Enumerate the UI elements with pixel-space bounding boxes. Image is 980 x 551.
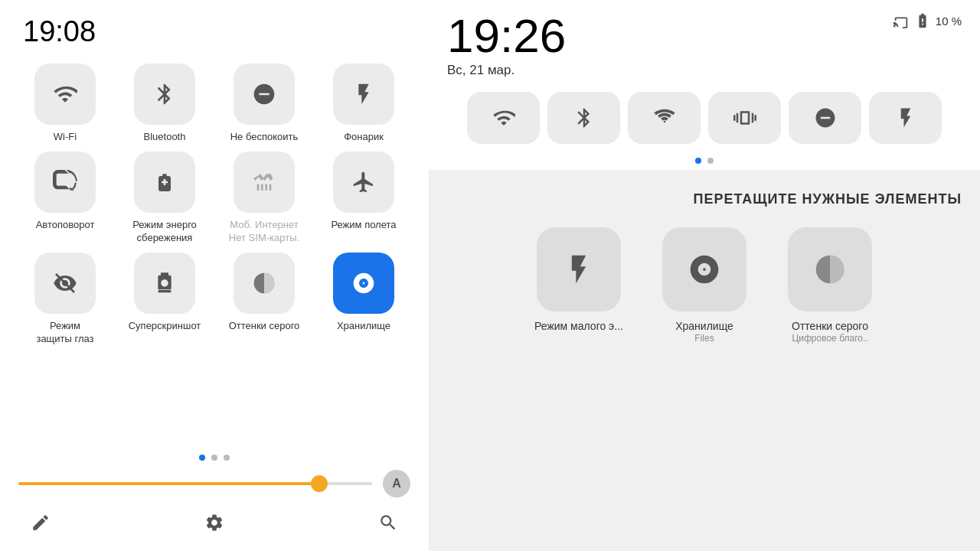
grayscale2-icon bbox=[813, 253, 847, 286]
search-icon[interactable] bbox=[378, 513, 398, 536]
right-time: 19:26 bbox=[447, 12, 566, 60]
right-header: 19:26 10 % Вс, 21 мар. bbox=[429, 0, 980, 84]
dot-2[interactable] bbox=[211, 455, 217, 461]
tile-grayscale-label: Оттенки серого bbox=[229, 320, 300, 333]
screenshot-icon bbox=[152, 271, 177, 295]
edit-tile-low-power[interactable]: Режим малого э... bbox=[525, 227, 632, 344]
battery-text: 10 % bbox=[936, 15, 962, 28]
settings-icon[interactable] bbox=[204, 513, 224, 536]
low-power-icon bbox=[562, 253, 596, 286]
bluetooth-icon bbox=[152, 82, 177, 106]
brightness-bar[interactable] bbox=[18, 482, 372, 485]
storage-icon bbox=[351, 271, 376, 295]
grayscale-icon-bg bbox=[234, 253, 295, 314]
tile-mobile-data[interactable]: Моб. ИнтернетНет SIM-карты. bbox=[222, 152, 306, 245]
status-icons: 10 % bbox=[893, 12, 962, 29]
quick-flashlight-icon bbox=[894, 106, 917, 129]
dot-3[interactable] bbox=[224, 455, 230, 461]
grayscale-icon bbox=[252, 271, 276, 295]
storage-icon-bg bbox=[333, 253, 394, 314]
quick-buttons-row bbox=[429, 84, 980, 152]
screenshot-icon-bg bbox=[134, 253, 195, 314]
right-dot-1[interactable] bbox=[695, 158, 701, 164]
edit-tile-grayscale-sublabel: Цифровое благо.. bbox=[792, 333, 867, 344]
tiles-row-2: Автоповорот Режим энерго сбережения Моб.… bbox=[15, 152, 413, 245]
edit-section: ПЕРЕТАЩИТЕ НУЖНЫЕ ЭЛЕМЕНТЫ Режим малого … bbox=[429, 170, 980, 551]
battery-saver-icon-bg bbox=[134, 152, 195, 213]
right-date: Вс, 21 мар. bbox=[447, 63, 962, 78]
quick-bluetooth-icon bbox=[573, 106, 596, 129]
autorotate-icon-bg bbox=[34, 152, 96, 213]
right-dots bbox=[429, 152, 980, 170]
edit-tile-grayscale[interactable]: Оттенки серого Цифровое благо.. bbox=[776, 227, 884, 344]
wifi-icon bbox=[53, 82, 77, 106]
tile-grayscale[interactable]: Оттенки серого bbox=[222, 253, 306, 346]
tile-screenshot-label: Суперскриншот bbox=[129, 320, 201, 333]
mobile-data-icon bbox=[252, 170, 276, 194]
edit-icon[interactable] bbox=[31, 513, 51, 536]
tile-screenshot[interactable]: Суперскриншот bbox=[122, 253, 207, 346]
tile-eye-protect[interactable]: Режимзащиты глаз bbox=[23, 253, 107, 346]
right-panel: 19:26 10 % Вс, 21 мар. bbox=[429, 0, 980, 551]
quick-btn-hotspot[interactable] bbox=[628, 92, 701, 144]
autorotate-icon bbox=[53, 170, 77, 194]
right-dot-2[interactable] bbox=[707, 158, 714, 164]
quick-wifi-icon bbox=[492, 106, 515, 129]
quick-btn-vibrate[interactable] bbox=[708, 92, 781, 144]
edit-tile-storage-label: Хранилище bbox=[675, 319, 733, 333]
tile-dnd[interactable]: Не беспокоить bbox=[222, 64, 306, 144]
airplane-icon bbox=[351, 170, 376, 194]
edit-tile-low-power-label: Режим малого э... bbox=[534, 319, 623, 333]
tile-wifi-label: Wi-Fi bbox=[54, 131, 77, 144]
dnd-icon bbox=[252, 82, 276, 106]
tile-dnd-label: Не беспокоить bbox=[230, 131, 299, 144]
avatar[interactable]: A bbox=[383, 470, 410, 497]
edit-tile-storage-sublabel: Files bbox=[694, 333, 714, 344]
tile-battery-saver[interactable]: Режим энерго сбережения bbox=[122, 152, 207, 245]
flashlight-icon-bg bbox=[333, 64, 394, 125]
tile-eye-protect-label: Режимзащиты глаз bbox=[36, 320, 93, 346]
tile-bluetooth-label: Bluetooth bbox=[144, 131, 186, 144]
edit-tile-storage[interactable]: Хранилище Files bbox=[651, 227, 758, 344]
quick-btn-wifi[interactable] bbox=[467, 92, 540, 144]
tile-airplane[interactable]: Режим полета bbox=[322, 152, 406, 245]
storage2-icon bbox=[688, 253, 721, 286]
tiles-row-1: Wi-Fi Bluetooth Не беспокоить Фонарик bbox=[15, 64, 413, 144]
bottom-icons-row bbox=[0, 505, 429, 551]
eye-protect-icon bbox=[53, 271, 77, 295]
quick-hotspot-icon bbox=[653, 106, 676, 129]
quick-btn-dnd[interactable] bbox=[789, 92, 861, 144]
dot-1[interactable] bbox=[199, 455, 205, 461]
tile-autorotate[interactable]: Автоповорот bbox=[23, 152, 107, 245]
flashlight-icon bbox=[351, 82, 376, 106]
left-panel: 19:08 Wi-Fi Bluetooth Не беспокоить bbox=[0, 0, 429, 551]
brightness-row: A bbox=[0, 470, 429, 497]
tile-airplane-label: Режим полета bbox=[331, 219, 396, 232]
tile-mobile-data-label: Моб. ИнтернетНет SIM-карты. bbox=[229, 219, 299, 245]
quick-btn-flashlight[interactable] bbox=[869, 92, 942, 144]
airplane-icon-bg bbox=[333, 152, 394, 213]
battery-saver-icon bbox=[152, 170, 177, 194]
grayscale2-icon-bg bbox=[788, 227, 872, 311]
tiles-row-3: Режимзащиты глаз Суперскриншот Оттенки с… bbox=[15, 253, 413, 346]
right-time-row: 19:26 10 % bbox=[447, 12, 962, 60]
tile-storage[interactable]: Хранилище bbox=[322, 253, 406, 346]
edit-tiles: Режим малого э... Хранилище Files bbox=[429, 220, 980, 351]
tile-bluetooth[interactable]: Bluetooth bbox=[122, 64, 207, 144]
quick-dnd-icon bbox=[814, 106, 837, 129]
tile-storage-label: Хранилище bbox=[337, 320, 390, 333]
quick-tiles-container: Wi-Fi Bluetooth Не беспокоить Фонарик bbox=[0, 56, 429, 445]
quick-btn-bluetooth[interactable] bbox=[547, 92, 620, 144]
edit-header: ПЕРЕТАЩИТЕ НУЖНЫЕ ЭЛЕМЕНТЫ bbox=[429, 170, 980, 220]
tile-flashlight[interactable]: Фонарик bbox=[322, 64, 406, 144]
tile-wifi[interactable]: Wi-Fi bbox=[23, 64, 107, 144]
tile-battery-saver-label: Режим энерго сбережения bbox=[122, 219, 207, 245]
left-time: 19:08 bbox=[0, 0, 429, 56]
tile-autorotate-label: Автоповорот bbox=[36, 219, 95, 232]
bluetooth-icon-bg bbox=[134, 64, 195, 125]
edit-tile-grayscale-label: Оттенки серого bbox=[792, 319, 868, 333]
dnd-icon-bg bbox=[234, 64, 295, 125]
mobile-data-icon-bg bbox=[234, 152, 295, 213]
storage2-icon-bg bbox=[662, 227, 746, 311]
low-power-icon-bg bbox=[537, 227, 621, 311]
